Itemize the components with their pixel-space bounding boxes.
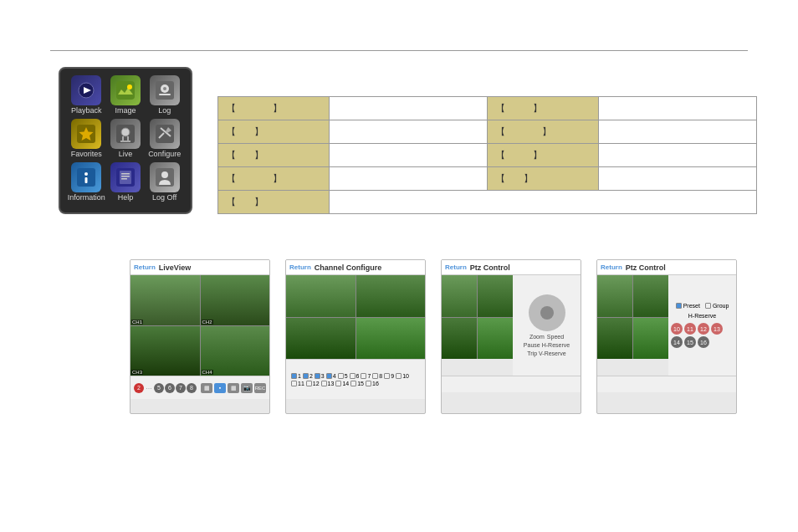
ch-cb-2 xyxy=(303,373,309,379)
ch-num-1: 1 xyxy=(291,373,301,379)
menu-row-3: Information Help Log Off xyxy=(67,162,184,202)
table-label-5-1: 【 】 xyxy=(218,191,330,214)
ch-num-13: 13 xyxy=(321,381,335,386)
ss-channel-grid xyxy=(286,275,425,359)
information-icon xyxy=(71,162,101,192)
ss-header-ptz2: Return Ptz Control xyxy=(597,260,736,275)
menu-item-help[interactable]: Help xyxy=(106,162,145,202)
svg-rect-23 xyxy=(121,173,130,175)
ptz-dpad[interactable] xyxy=(529,294,565,331)
ch-num-9: 9 xyxy=(384,373,394,379)
ptz-reserve-labels: H-Reserve xyxy=(688,313,716,319)
ptz-trip-labels: Trip V-Reserve xyxy=(527,350,565,356)
nav-num-6: 6 xyxy=(165,383,175,393)
ch-cell-2 xyxy=(356,275,426,317)
ptz2-cell-4 xyxy=(633,318,668,360)
ch-num-2: 2 xyxy=(303,373,313,379)
ss-title-liveview: LiveView xyxy=(159,263,191,272)
nav-num-2: 2 xyxy=(134,383,144,393)
svg-point-11 xyxy=(121,128,130,136)
footer-btn-rec[interactable]: REC xyxy=(254,383,266,393)
ptz-btn-16[interactable]: 16 xyxy=(698,336,709,348)
footer-btn-1[interactable]: ▦ xyxy=(201,383,212,393)
top-divider xyxy=(50,50,748,51)
menu-item-favorites[interactable]: Favorites xyxy=(67,119,105,159)
table-label-3-2: 【 】 xyxy=(487,144,598,167)
table-value-1-1 xyxy=(329,97,487,120)
ptz-btn-10[interactable]: 10 xyxy=(671,323,683,335)
table-row: 【 】 【 】 xyxy=(218,167,757,191)
ptz-btn-13[interactable]: 13 xyxy=(711,323,723,335)
ptz-btn-15[interactable]: 15 xyxy=(684,336,696,348)
ss-return-liveview: Return xyxy=(134,263,156,271)
ch-cb-4 xyxy=(326,373,332,379)
table-value-4-2 xyxy=(598,167,756,191)
ch-cb-8 xyxy=(372,373,378,379)
svg-point-3 xyxy=(127,84,132,90)
nav-num-7: 7 xyxy=(176,383,186,393)
table-value-3-1 xyxy=(329,144,487,167)
menu-item-logoff[interactable]: Log Off xyxy=(146,162,184,202)
svg-rect-25 xyxy=(121,178,127,180)
ch-cb-5 xyxy=(338,373,344,379)
table-label-1-2: 【 】 xyxy=(487,97,598,120)
svg-rect-22 xyxy=(120,171,131,184)
screenshot-channel: Return Channel Configure 1 2 3 4 5 6 7 8… xyxy=(285,259,426,414)
ptz-preset-cb xyxy=(676,303,682,309)
ch-cb-15 xyxy=(350,381,356,386)
ptz-btn-11[interactable]: 11 xyxy=(684,323,696,335)
menu-item-image[interactable]: Image xyxy=(106,75,145,115)
ss-return-channel: Return xyxy=(289,263,311,271)
ptz2-footer xyxy=(597,376,736,392)
info-table: 【 】 【 】 【 】 【 】 【 】 【 】 【 】 【 】 【 】 xyxy=(217,96,757,214)
menu-item-configure[interactable]: Configure xyxy=(146,119,184,159)
ss-ptz-left xyxy=(442,275,513,376)
ch-num-7: 7 xyxy=(361,373,371,379)
configure-label: Configure xyxy=(148,151,181,159)
ch-num-11: 11 xyxy=(291,381,304,386)
ptz-group-check: Group xyxy=(705,303,729,309)
ptz-dpad-ring xyxy=(529,294,565,331)
screenshot-ptz1: Return Ptz Control Zoom xyxy=(441,259,581,414)
menu-item-log[interactable]: Log xyxy=(146,75,184,115)
svg-point-7 xyxy=(163,87,166,90)
menu-grid: Playback Image Log Favorites Live xyxy=(59,67,192,214)
ptz-speed-label: Speed xyxy=(547,334,564,340)
table-value-4-1 xyxy=(329,167,487,191)
ptz-pause-label: Pause xyxy=(524,342,540,348)
table-label-4-2: 【 】 xyxy=(487,167,598,191)
playback-label: Playback xyxy=(71,107,102,115)
ss-channel-footer: 1 2 3 4 5 6 7 8 9 10 11 12 13 14 15 16 xyxy=(286,359,425,399)
menu-item-information[interactable]: Information xyxy=(67,162,105,202)
ss-cell-label-3: CH3 xyxy=(131,370,143,375)
help-label: Help xyxy=(118,194,134,202)
ptz-btn-14[interactable]: 14 xyxy=(671,336,683,348)
footer-btn-4[interactable]: 📷 xyxy=(241,383,253,393)
ss-cell-label-1: CH1 xyxy=(131,320,143,325)
help-icon xyxy=(110,162,141,192)
image-icon xyxy=(110,75,141,105)
ch-num-8: 8 xyxy=(372,373,382,379)
log-icon xyxy=(150,75,180,105)
ptz2-cell-1 xyxy=(597,275,632,317)
svg-rect-20 xyxy=(85,177,88,183)
ptz2-cell-2 xyxy=(633,275,668,317)
screenshot-liveview: Return LiveView CH1 CH2 CH3 CH4 xyxy=(130,259,270,414)
table-label-2-2: 【 】 xyxy=(487,120,598,144)
ptz-group-text: Group xyxy=(713,303,729,309)
menu-item-playback[interactable]: Playback xyxy=(67,75,105,115)
ptz2-cell-3 xyxy=(597,318,632,360)
footer-btn-3[interactable]: ▦ xyxy=(228,383,239,393)
svg-rect-24 xyxy=(121,176,130,177)
ch-cb-1 xyxy=(291,373,297,379)
log-label: Log xyxy=(158,107,171,115)
ss-ptz-view: Zoom Speed Pause H-Reserve Trip V-Reserv… xyxy=(442,275,581,376)
menu-row-1: Playback Image Log xyxy=(67,75,184,115)
menu-item-live[interactable]: Live xyxy=(106,119,145,159)
ss-ptz2-right: Preset Group H-Reserve 10 11 12 13 14 xyxy=(668,275,736,376)
ptz-btn-12[interactable]: 12 xyxy=(698,323,709,335)
footer-btn-2[interactable]: ▪ xyxy=(214,383,226,393)
ptz-mode-header: Preset Group xyxy=(676,303,729,309)
ss-cell-label-4: CH4 xyxy=(202,370,213,375)
live-icon xyxy=(110,119,141,149)
